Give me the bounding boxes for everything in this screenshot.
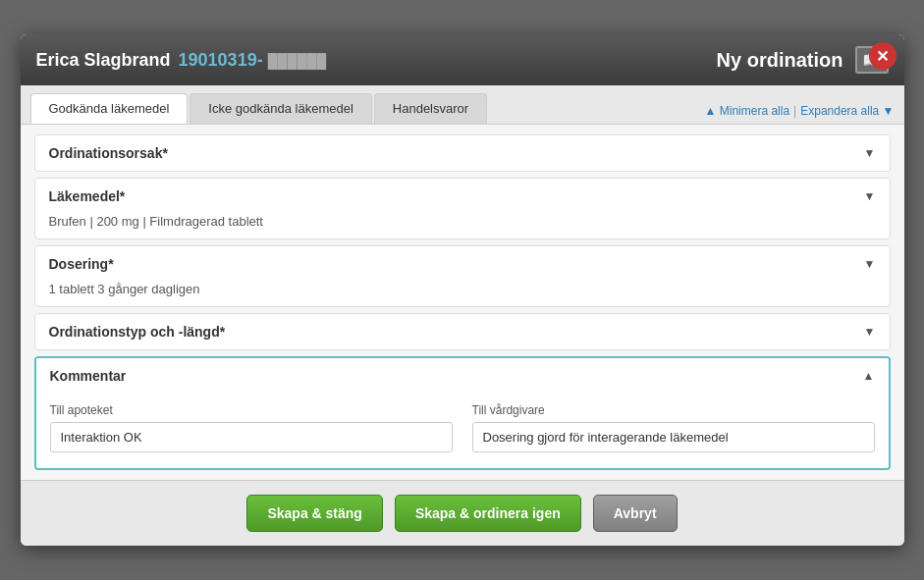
ordinationsorsak-chevron: ▼: [864, 146, 876, 160]
patient-id-redacted: ██████: [268, 53, 327, 69]
ordinationsorsak-title: Ordinationsorsak*: [49, 145, 168, 161]
till-apoteket-field: Till apoteket: [50, 403, 453, 452]
minimize-alla-link[interactable]: ▲ Minimera alla: [705, 104, 790, 118]
modal-dialog: Erica Slagbrand 19010319- ██████ Ny ordi…: [21, 34, 904, 546]
lakemedel-subtitle: Brufen | 200 mg | Filmdragerad tablett: [35, 214, 890, 238]
kommentar-header[interactable]: Kommentar ▲: [36, 358, 889, 394]
till-vardgivare-input[interactable]: [472, 422, 875, 452]
expandera-alla-link[interactable]: Expandera alla ▼: [800, 104, 894, 118]
header-right: Ny ordination 📖: [717, 46, 889, 74]
tab-godkanda-lakemedel[interactable]: Godkända läkemedel: [30, 93, 189, 124]
kommentar-title: Kommentar: [50, 368, 127, 384]
kommentar-body: Till apoteket Till vårdgivare: [36, 394, 889, 468]
lakemedel-title: Läkemedel*: [49, 188, 126, 204]
dosering-chevron: ▼: [864, 257, 876, 271]
ordinationsorsak-section: Ordinationsorsak* ▼: [34, 134, 891, 172]
till-apoteket-label: Till apoteket: [50, 403, 453, 417]
modal-header: Erica Slagbrand 19010319- ██████ Ny ordi…: [21, 34, 904, 85]
dosering-header[interactable]: Dosering* ▼: [35, 246, 890, 282]
dosering-subtitle: 1 tablett 3 gånger dagligen: [35, 282, 890, 306]
till-vardgivare-label: Till vårdgivare: [472, 403, 875, 417]
close-button[interactable]: ✕: [869, 42, 897, 70]
tabs-actions: ▲ Minimera alla | Expandera alla ▼: [705, 104, 895, 124]
patient-id: 19010319- ██████: [179, 50, 327, 71]
ordinationstyp-section: Ordinationstyp och -längd* ▼: [34, 313, 891, 350]
ordinationstyp-chevron: ▼: [864, 325, 876, 339]
tabs-left: Godkända läkemedel Icke godkända läkemed…: [30, 93, 488, 124]
tabs-bar: Godkända läkemedel Icke godkända läkemed…: [21, 85, 904, 125]
dosering-title: Dosering*: [49, 256, 114, 272]
kommentar-section: Kommentar ▲ Till apoteket Till vårdgivar…: [34, 356, 891, 470]
ordinationstyp-title: Ordinationstyp och -längd*: [49, 324, 226, 340]
header-left: Erica Slagbrand 19010319- ██████: [36, 50, 327, 71]
skapa-ordinera-igen-button[interactable]: Skapa & ordinera igen: [395, 495, 581, 532]
till-vardgivare-field: Till vårdgivare: [472, 403, 875, 452]
tabs-separator: |: [793, 104, 796, 118]
modal-body: Ordinationsorsak* ▼ Läkemedel* ▼ Brufen …: [21, 125, 904, 480]
avbryt-button[interactable]: Avbryt: [593, 495, 678, 532]
ordinationstyp-header[interactable]: Ordinationstyp och -längd* ▼: [35, 314, 890, 349]
ny-ordination-label: Ny ordination: [717, 49, 843, 72]
tab-icke-godkanda[interactable]: Icke godkända läkemedel: [190, 93, 371, 124]
tab-handelsvaror[interactable]: Handelsvaror: [374, 93, 487, 124]
modal-footer: Skapa & stäng Skapa & ordinera igen Avbr…: [21, 480, 904, 546]
kommentar-chevron: ▲: [863, 369, 875, 383]
ordinationsorsak-header[interactable]: Ordinationsorsak* ▼: [35, 135, 890, 171]
skapa-stang-button[interactable]: Skapa & stäng: [246, 495, 382, 532]
lakemedel-chevron: ▼: [864, 189, 876, 203]
till-apoteket-input[interactable]: [50, 422, 453, 452]
lakemedel-header[interactable]: Läkemedel* ▼: [35, 179, 890, 214]
patient-name: Erica Slagbrand: [36, 50, 171, 71]
dosering-section: Dosering* ▼ 1 tablett 3 gånger dagligen: [34, 245, 891, 307]
lakemedel-section: Läkemedel* ▼ Brufen | 200 mg | Filmdrage…: [34, 178, 891, 239]
